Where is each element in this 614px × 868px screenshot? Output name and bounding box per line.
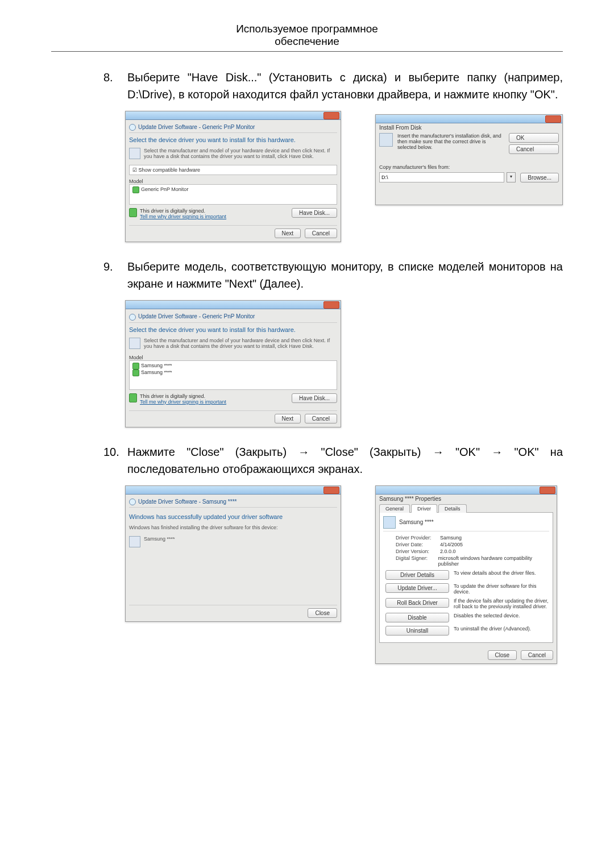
close-button[interactable]: Close bbox=[308, 608, 337, 618]
close-icon[interactable] bbox=[323, 112, 339, 119]
cancel-button[interactable]: Cancel bbox=[521, 650, 553, 660]
tab-details[interactable]: Details bbox=[438, 504, 467, 513]
monitor-icon bbox=[132, 186, 139, 193]
next-button[interactable]: Next bbox=[275, 229, 301, 238]
window-titlebar bbox=[126, 111, 341, 120]
next-button[interactable]: Next bbox=[275, 414, 301, 423]
close-icon[interactable] bbox=[323, 487, 339, 494]
screenshot-step8-install-from-disk: Install From Disk Insert the manufacture… bbox=[375, 114, 563, 205]
disk-icon bbox=[379, 133, 393, 147]
tab-general[interactable]: General bbox=[379, 504, 410, 513]
step-10-text: Нажмите "Close" (Закрыть) → "Close" (Зак… bbox=[127, 443, 563, 477]
model-listbox[interactable]: Generic PnP Monitor bbox=[129, 184, 337, 205]
monitor-icon bbox=[132, 363, 139, 369]
wizard-heading: Windows has successfully updated your dr… bbox=[129, 513, 337, 520]
back-icon[interactable] bbox=[129, 124, 136, 131]
page-header: Используемое программное обеспечение bbox=[51, 23, 563, 52]
screenshot-step9-wizard: Update Driver Software - Generic PnP Mon… bbox=[125, 300, 341, 427]
step-9-text: Выберите модель, соответствующую монитор… bbox=[127, 258, 563, 292]
device-icon bbox=[129, 148, 140, 159]
tabs: General Driver Details bbox=[379, 504, 553, 513]
signing-link[interactable]: Tell me why driver signing is important bbox=[140, 214, 226, 219]
have-disk-button[interactable]: Have Disk... bbox=[292, 208, 337, 218]
step-8: 8. Выберите "Have Disk..." (Установить с… bbox=[103, 69, 563, 103]
breadcrumb: Update Driver Software - Generic PnP Mon… bbox=[129, 122, 337, 133]
window-titlebar bbox=[126, 486, 341, 495]
close-icon[interactable] bbox=[323, 301, 339, 309]
uninstall-button[interactable]: Uninstall bbox=[385, 626, 449, 636]
dropdown-icon[interactable]: ▾ bbox=[507, 172, 516, 182]
step-10: 10. Нажмите "Close" (Закрыть) → "Close" … bbox=[103, 443, 563, 477]
screenshot-step10-properties: Samsung **** Properties General Driver D… bbox=[375, 485, 557, 664]
device-name: Samsung **** bbox=[399, 519, 434, 525]
breadcrumb: Update Driver Software - Samsung **** bbox=[129, 497, 337, 508]
cancel-button[interactable]: Cancel bbox=[305, 229, 337, 238]
dialog-title: Install From Disk bbox=[379, 124, 559, 131]
cancel-button[interactable]: Cancel bbox=[305, 414, 337, 423]
signed-info: This driver is digitally signed.Tell me … bbox=[129, 208, 337, 219]
device-row: Samsung **** bbox=[129, 536, 337, 547]
device-icon bbox=[383, 516, 396, 529]
signed-info: This driver is digitally signed.Tell me … bbox=[129, 393, 337, 405]
screenshot-step10-success: Update Driver Software - Samsung **** Wi… bbox=[125, 485, 341, 622]
wizard-heading: Select the device driver you want to ins… bbox=[129, 326, 337, 333]
step-10-num: 10. bbox=[103, 443, 127, 477]
step-8-num: 8. bbox=[103, 69, 127, 103]
monitor-icon bbox=[132, 369, 139, 376]
driver-details-button[interactable]: Driver Details bbox=[385, 570, 449, 580]
header-line2: обеспечение bbox=[275, 35, 339, 47]
path-input[interactable] bbox=[379, 172, 504, 182]
header-line1: Используемое программное bbox=[236, 23, 378, 35]
have-disk-button[interactable]: Have Disk... bbox=[292, 393, 337, 403]
step-9-num: 9. bbox=[103, 258, 127, 292]
screenshot-step8-wizard: Update Driver Software - Generic PnP Mon… bbox=[125, 111, 341, 242]
model-label: Model bbox=[129, 178, 337, 184]
device-icon bbox=[129, 338, 140, 349]
device-icon bbox=[129, 536, 140, 547]
rollback-driver-button[interactable]: Roll Back Driver bbox=[385, 598, 449, 608]
update-driver-button[interactable]: Update Driver... bbox=[385, 583, 449, 593]
window-titlebar bbox=[126, 301, 341, 309]
back-icon[interactable] bbox=[129, 314, 136, 321]
shield-icon bbox=[129, 208, 137, 217]
dialog-message: Insert the manufacturer's installation d… bbox=[397, 133, 502, 154]
shield-icon bbox=[129, 393, 137, 402]
driver-tab-panel: Samsung **** Driver Provider:Samsung Dri… bbox=[379, 512, 553, 643]
step-8-text: Выберите "Have Disk..." (Установить с ди… bbox=[127, 69, 563, 103]
breadcrumb: Update Driver Software - Generic PnP Mon… bbox=[129, 312, 337, 322]
wizard-instruction: Select the manufacturer and model of you… bbox=[129, 148, 337, 159]
model-label: Model bbox=[129, 355, 337, 360]
cancel-button[interactable]: Cancel bbox=[509, 144, 559, 154]
browse-button[interactable]: Browse... bbox=[520, 173, 559, 182]
signing-link[interactable]: Tell me why driver signing is important bbox=[140, 399, 226, 405]
tab-driver[interactable]: Driver bbox=[411, 504, 437, 513]
close-button[interactable]: Close bbox=[488, 650, 517, 660]
dialog-title: Samsung **** Properties bbox=[379, 496, 553, 502]
close-icon[interactable] bbox=[540, 487, 555, 494]
compat-checkbox-row[interactable]: ☑ Show compatible hardware bbox=[129, 165, 337, 175]
model-listbox[interactable]: Samsung **** Samsung **** bbox=[129, 360, 337, 390]
window-titlebar bbox=[376, 115, 562, 123]
wizard-instruction: Select the manufacturer and model of you… bbox=[129, 338, 337, 349]
disable-button[interactable]: Disable bbox=[385, 613, 449, 622]
ok-button[interactable]: OK bbox=[509, 133, 559, 143]
copy-from-label: Copy manufacturer's files from: bbox=[379, 164, 559, 170]
back-icon[interactable] bbox=[129, 499, 136, 505]
step-9: 9. Выберите модель, соответствующую мони… bbox=[103, 258, 563, 292]
close-icon[interactable] bbox=[545, 115, 561, 123]
wizard-heading: Select the device driver you want to ins… bbox=[129, 136, 337, 143]
wizard-subtext: Windows has finished installing the driv… bbox=[129, 525, 337, 530]
window-titlebar bbox=[376, 486, 557, 495]
